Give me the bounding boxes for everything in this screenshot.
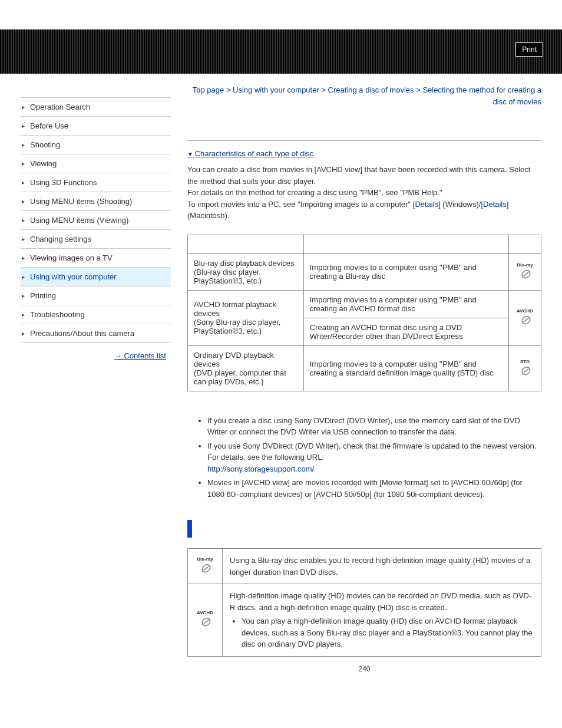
sidebar-item[interactable]: Using 3D Functions — [21, 173, 171, 192]
sidebar-item[interactable]: Troubleshooting — [21, 305, 171, 324]
section-heading-bar — [187, 520, 541, 538]
main-content: Top page > Using with your computer > Cr… — [171, 74, 541, 673]
details-link-windows[interactable]: [Details] — [413, 200, 441, 209]
note-1: If you create a disc using Sony DVDirect… — [207, 415, 541, 438]
disc-icon: AVCHD⊘ — [195, 611, 215, 630]
table-row: Blu-ray⊘Using a Blu-ray disc enables you… — [188, 549, 541, 584]
anchor-characteristics[interactable]: Characteristics of each type of disc — [187, 149, 313, 158]
method-cell: Importing movies to a computer using "PM… — [303, 345, 508, 391]
sidebar-item[interactable]: Printing — [21, 286, 171, 305]
sidebar-item[interactable]: Using with your computer — [21, 268, 171, 286]
sidebar-item[interactable]: Using MENU items (Shooting) — [21, 192, 171, 211]
notes-list: If you create a disc using Sony DVDirect… — [187, 415, 541, 500]
note-2: If you use Sony DVDirect (DVD Writer), c… — [207, 440, 541, 475]
table-row: AVCHD format playback devices(Sony Blu-r… — [188, 290, 541, 318]
char-text-cell: High-definition image quality (HD) movie… — [223, 584, 541, 657]
breadcrumb: Top page > Using with your computer > Cr… — [187, 84, 541, 107]
method-cell: Creating an AVCHD format disc using a DV… — [303, 318, 508, 345]
table-row: Blu-ray disc playback devices(Blu-ray di… — [188, 253, 541, 290]
breadcrumb-l2[interactable]: Creating a disc of movies — [328, 85, 414, 94]
sidebar-item[interactable]: Using MENU items (Viewing) — [21, 211, 171, 230]
sidebar-item[interactable]: Operation Search — [21, 97, 171, 117]
char-icon-cell: Blu-ray⊘ — [188, 549, 223, 584]
player-cell: Blu-ray disc playback devices(Blu-ray di… — [188, 253, 304, 290]
contents-list-link[interactable]: Contents list — [114, 351, 166, 360]
disc-icon: Blu-ray⊘ — [195, 557, 215, 576]
note-3: Movies in [AVCHD view] are movies record… — [207, 477, 541, 500]
breadcrumb-l1[interactable]: Using with your computer — [233, 85, 319, 94]
char-bullet: You can play a high-definition image qua… — [242, 615, 534, 650]
intro-p2: For details on the method for creating a… — [187, 187, 541, 199]
breadcrumb-top[interactable]: Top page — [193, 85, 224, 94]
header-stripe: Print — [0, 29, 562, 74]
characteristics-table: Blu-ray⊘Using a Blu-ray disc enables you… — [187, 548, 541, 657]
breadcrumb-current: Selecting the method for creating a disc… — [422, 85, 541, 106]
disc-icon: STD⊘ — [515, 360, 535, 377]
sidebar-item[interactable]: Changing settings — [21, 230, 171, 249]
intro-p1: You can create a disc from movies in [AV… — [187, 164, 541, 187]
sidebar-item[interactable]: Viewing images on a TV — [21, 249, 171, 268]
disc-type-cell: STD⊘ — [508, 345, 541, 391]
player-cell: Ordinary DVD playback devices(DVD player… — [188, 345, 304, 391]
disc-icon: AVCHD⊘ — [515, 309, 535, 327]
table-row: Ordinary DVD playback devices(DVD player… — [188, 345, 541, 391]
print-button[interactable]: Print — [515, 42, 543, 57]
disc-type-cell: AVCHD⊘ — [508, 290, 541, 345]
char-text-cell: Using a Blu-ray disc enables you to reco… — [223, 549, 541, 584]
table-row: AVCHD⊘High-definition image quality (HD)… — [188, 584, 541, 657]
char-icon-cell: AVCHD⊘ — [188, 584, 223, 657]
intro-p3: To import movies into a PC, see "Importi… — [187, 199, 541, 222]
method-cell: Importing movies to a computer using "PM… — [303, 253, 508, 290]
method-cell: Importing movies to a computer using "PM… — [303, 290, 508, 318]
disc-icon: Blu-ray⊘ — [515, 263, 535, 281]
sidebar-item[interactable]: Viewing — [21, 154, 171, 173]
sidebar-item[interactable]: Precautions/About this camera — [21, 324, 171, 343]
sidebar-item[interactable]: Shooting — [21, 136, 171, 154]
player-cell: AVCHD format playback devices(Sony Blu-r… — [188, 290, 304, 345]
sidebar: Operation SearchBefore UseShootingViewin… — [21, 74, 171, 673]
sidebar-item[interactable]: Before Use — [21, 117, 171, 136]
details-link-mac[interactable]: [Details] — [481, 200, 508, 209]
disc-type-cell: Blu-ray⊘ — [508, 253, 541, 290]
page-number: 240 — [187, 665, 541, 673]
disc-method-table: Blu-ray disc playback devices(Blu-ray di… — [187, 235, 541, 391]
storage-support-link[interactable]: http://sony.storagesupport.com/ — [207, 465, 314, 473]
